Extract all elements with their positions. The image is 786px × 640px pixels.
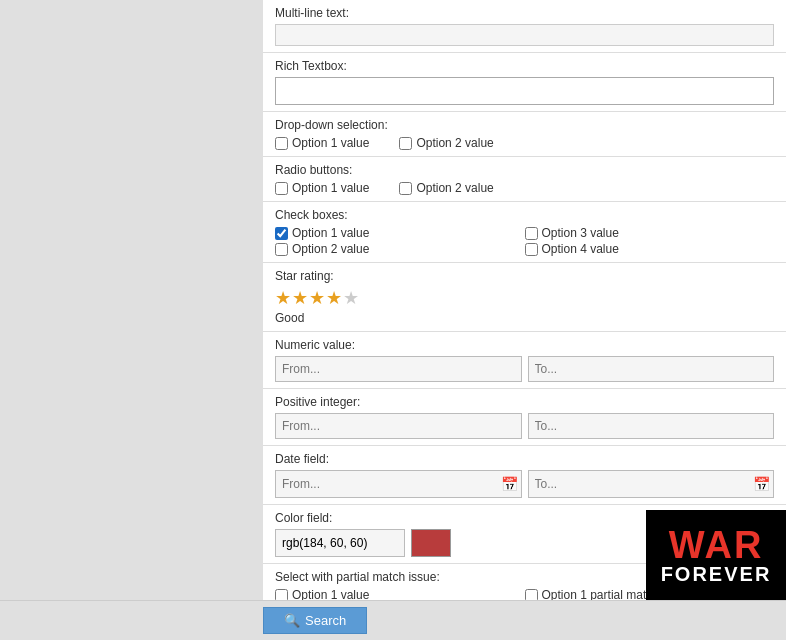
color-text-input[interactable] — [275, 529, 405, 557]
checkbox-label: Check boxes: — [275, 208, 774, 222]
numeric-from[interactable] — [275, 356, 522, 382]
radio-label: Radio buttons: — [275, 163, 774, 177]
star-rating[interactable]: ★ ★ ★ ★ ★ — [275, 287, 774, 309]
war-forever-badge: WAR FOREVER — [646, 510, 786, 600]
search-button-label: Search — [305, 613, 346, 628]
richtext-input[interactable] — [275, 77, 774, 105]
dropdown-label: Drop-down selection: — [275, 118, 774, 132]
checkbox-1[interactable] — [275, 227, 288, 240]
checkbox-3[interactable] — [525, 227, 538, 240]
star-value-label: Good — [275, 311, 774, 325]
war-text: WAR — [661, 526, 772, 564]
date-to[interactable] — [528, 470, 775, 498]
date-to-wrap: 📅 — [528, 470, 775, 498]
checkbox-option-3[interactable]: Option 3 value — [525, 226, 775, 240]
positive-int-range — [275, 413, 774, 439]
search-icon: 🔍 — [284, 613, 300, 628]
radio-option-2[interactable]: Option 2 value — [399, 181, 493, 195]
star-2[interactable]: ★ — [292, 287, 308, 309]
dropdown-option-1[interactable]: Option 1 value — [275, 136, 369, 150]
search-button[interactable]: 🔍 Search — [263, 607, 367, 634]
dropdown-checkbox-1[interactable] — [275, 137, 288, 150]
star-3[interactable]: ★ — [309, 287, 325, 309]
multiline-section: Multi-line text: — [263, 0, 786, 53]
calendar-to-icon[interactable]: 📅 — [753, 476, 770, 492]
richtext-label: Rich Textbox: — [275, 59, 774, 73]
numeric-section: Numeric value: — [263, 332, 786, 389]
star-section: Star rating: ★ ★ ★ ★ ★ Good — [263, 263, 786, 332]
date-from[interactable] — [275, 470, 522, 498]
dropdown-options: Option 1 value Option 2 value — [275, 136, 774, 150]
star-5[interactable]: ★ — [343, 287, 359, 309]
checkbox-option-1[interactable]: Option 1 value — [275, 226, 525, 240]
radio-checkbox-2[interactable] — [399, 182, 412, 195]
date-from-wrap: 📅 — [275, 470, 522, 498]
checkbox-section: Check boxes: Option 1 value Option 3 val… — [263, 202, 786, 263]
star-label: Star rating: — [275, 269, 774, 283]
richtext-section: Rich Textbox: — [263, 53, 786, 112]
radio-checkbox-1[interactable] — [275, 182, 288, 195]
color-swatch[interactable] — [411, 529, 451, 557]
date-range: 📅 📅 — [275, 470, 774, 498]
dropdown-checkbox-2[interactable] — [399, 137, 412, 150]
checkbox-4[interactable] — [525, 243, 538, 256]
checkbox-grid: Option 1 value Option 3 value Option 2 v… — [275, 226, 774, 256]
multiline-label: Multi-line text: — [275, 6, 774, 20]
star-1[interactable]: ★ — [275, 287, 291, 309]
date-section: Date field: 📅 📅 — [263, 446, 786, 505]
dropdown-section: Drop-down selection: Option 1 value Opti… — [263, 112, 786, 157]
positive-int-label: Positive integer: — [275, 395, 774, 409]
checkbox-option-2[interactable]: Option 2 value — [275, 242, 525, 256]
radio-options: Option 1 value Option 2 value — [275, 181, 774, 195]
checkbox-option-4[interactable]: Option 4 value — [525, 242, 775, 256]
dropdown-option-2[interactable]: Option 2 value — [399, 136, 493, 150]
radio-option-1[interactable]: Option 1 value — [275, 181, 369, 195]
date-label: Date field: — [275, 452, 774, 466]
star-4[interactable]: ★ — [326, 287, 342, 309]
positive-int-section: Positive integer: — [263, 389, 786, 446]
bottom-bar: 🔍 Search — [0, 600, 786, 640]
forever-text: FOREVER — [661, 564, 772, 584]
checkbox-2[interactable] — [275, 243, 288, 256]
numeric-label: Numeric value: — [275, 338, 774, 352]
radio-section: Radio buttons: Option 1 value Option 2 v… — [263, 157, 786, 202]
numeric-range — [275, 356, 774, 382]
numeric-to[interactable] — [528, 356, 775, 382]
positive-int-to[interactable] — [528, 413, 775, 439]
left-panel — [0, 0, 263, 640]
multiline-input[interactable] — [275, 24, 774, 46]
war-forever-text: WAR FOREVER — [661, 526, 772, 584]
calendar-from-icon[interactable]: 📅 — [501, 476, 518, 492]
positive-int-from[interactable] — [275, 413, 522, 439]
